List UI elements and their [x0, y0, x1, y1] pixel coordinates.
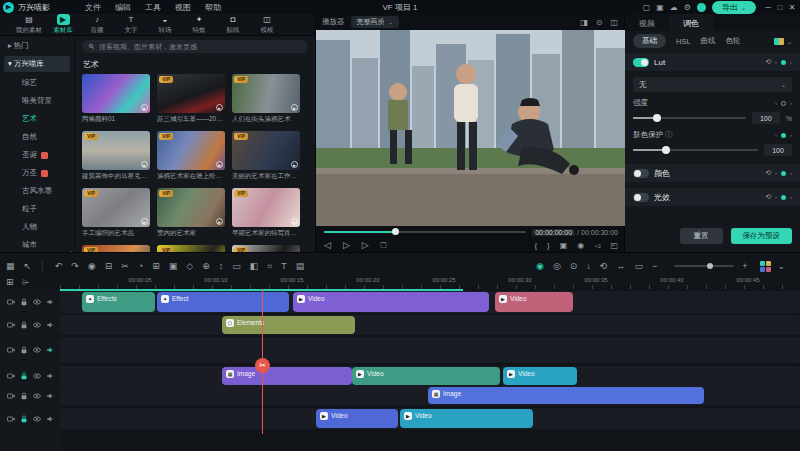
menu-item-0[interactable]: 文件 [85, 2, 101, 13]
layout-icon[interactable]: ▢ [643, 3, 651, 12]
playhead[interactable]: ✂ [262, 289, 263, 434]
mark-out-button[interactable]: } [547, 241, 550, 250]
media-card[interactable]: VIP▸涂鸦艺术家在墙上绘画、特… [157, 131, 225, 181]
timeline-clip-effect-1[interactable]: ✦Effect [157, 292, 289, 312]
strength-slider[interactable] [633, 117, 746, 119]
track-type-icon[interactable] [6, 372, 15, 381]
keyframe-view-icon[interactable]: ▭ [634, 261, 643, 271]
track-visibility-icon[interactable] [32, 414, 41, 423]
track-type-icon[interactable] [6, 346, 15, 355]
track-mute-icon[interactable] [45, 298, 54, 307]
settings-icon[interactable]: ⚙ [684, 3, 691, 12]
inspector-tab-视频[interactable]: 视频 [625, 14, 669, 31]
media-browser-icon[interactable]: ▦ [6, 261, 15, 271]
lut-toggle[interactable] [633, 58, 649, 67]
render-icon[interactable]: ▤ [296, 261, 305, 271]
ribbon-tab-素材库[interactable]: ▶素材库 [48, 14, 78, 35]
prev-frame-button[interactable]: ◁ [324, 240, 331, 250]
sidebar-item-2[interactable]: 艺术 [0, 110, 74, 128]
chroma-key-icon[interactable]: ◇ [186, 261, 193, 271]
sidebar-item-8[interactable]: 人物 [0, 218, 74, 236]
screen-record-icon[interactable]: ▣ [656, 3, 664, 12]
mask-icon[interactable]: ◨ [580, 18, 588, 27]
ribbon-tab-音频[interactable]: ♪音频 [82, 14, 112, 35]
strength-value[interactable]: 100 [752, 112, 780, 124]
track-mute-icon[interactable] [45, 414, 54, 423]
media-card[interactable]: VIP▸人们在街头涂鸦艺术 [232, 74, 300, 124]
timeline-ruler[interactable]: 00:00:0500:00:1000:00:1500:00:2000:00:25… [60, 277, 800, 289]
snapshot-icon[interactable]: ▣ [560, 241, 568, 250]
close-button[interactable]: ✕ [786, 3, 798, 12]
pip-icon[interactable]: ▭ [232, 261, 241, 271]
prev-keyframe-icon[interactable]: ‹ [775, 132, 777, 138]
color-toggle[interactable] [633, 169, 649, 178]
menu-item-2[interactable]: 工具 [145, 2, 161, 13]
media-card[interactable]: VIP▸早期艺术家的特写肖像、女… [232, 188, 300, 238]
ribbon-tab-我的素材[interactable]: ▤我的素材 [14, 14, 44, 35]
marker-icon[interactable]: ⌲ [22, 277, 29, 288]
undo-icon[interactable]: ↶ [55, 261, 63, 271]
track-mute-icon[interactable] [45, 372, 54, 381]
reframe-icon[interactable]: ⟲ [600, 261, 608, 271]
track-visibility-icon[interactable] [32, 391, 41, 400]
skin-slider[interactable] [633, 149, 758, 151]
prev-keyframe-icon[interactable]: ‹ [775, 100, 777, 106]
split-icon[interactable]: ✂ [121, 261, 129, 271]
timeline-clip-elements-4[interactable]: ⬡Elements [222, 316, 355, 334]
seek-knob[interactable] [392, 228, 399, 235]
motion-track-icon[interactable]: ⊕ [202, 261, 210, 271]
mask-tool-icon[interactable]: ◧ [250, 261, 259, 271]
zoom-knob[interactable] [707, 263, 713, 269]
mute-track-icon[interactable]: ◎ [553, 261, 561, 271]
track-mute-icon[interactable] [45, 391, 54, 400]
next-keyframe-icon[interactable]: › [790, 100, 792, 106]
track-mute-icon[interactable] [45, 321, 54, 330]
track-visibility-icon[interactable] [32, 372, 41, 381]
timeline-clip-video-2[interactable]: ▶Video [293, 292, 489, 312]
track-type-icon[interactable] [6, 321, 15, 330]
chevron-down-icon[interactable]: ⌄ [787, 38, 792, 45]
sidebar-item-hot[interactable]: ▸ 热门 [0, 36, 74, 54]
minimize-button[interactable]: ─ [762, 3, 774, 12]
chevron-down-icon[interactable]: ⌄ [777, 261, 785, 271]
camera-icon[interactable]: ◉ [577, 241, 584, 250]
sidebar-group-header[interactable]: ▾ 万兴喵库 [4, 56, 70, 72]
subtab-HSL[interactable]: HSL [676, 37, 691, 46]
track-visibility-icon[interactable] [32, 298, 41, 307]
save-preset-button[interactable]: 保存为预设 [731, 228, 793, 244]
track-type-icon[interactable] [6, 391, 15, 400]
timeline-clip-video-7[interactable]: ▶Video [503, 367, 577, 385]
timeline-clip-image-5[interactable]: ▦Image [222, 367, 352, 385]
cloud-icon[interactable]: ☁ [670, 3, 678, 12]
track-lock-icon[interactable] [19, 391, 28, 400]
inspector-tab-调色[interactable]: 调色 [669, 14, 713, 31]
sidebar-item-5[interactable]: 万圣 [0, 164, 74, 182]
reset-icon[interactable]: ⟲ [765, 169, 771, 177]
add-keyframe-icon[interactable] [781, 195, 786, 200]
ribbon-tab-特效[interactable]: ✦特效 [184, 14, 214, 35]
reset-icon[interactable]: ⟲ [765, 58, 771, 66]
ribbon-tab-贴纸[interactable]: ◘贴纸 [218, 14, 248, 35]
track-type-icon[interactable] [6, 298, 15, 307]
grid-tool-icon[interactable]: ⌗ [267, 261, 272, 272]
render-preview-icon[interactable]: ◉ [536, 261, 544, 271]
seek-bar[interactable] [324, 231, 526, 233]
preview-video[interactable] [316, 30, 626, 226]
import-track-icon[interactable]: ↓ [586, 261, 591, 271]
track-lock-icon[interactable] [19, 346, 28, 355]
redo-icon[interactable]: ↷ [71, 261, 79, 271]
mic-icon[interactable]: ⊙ [570, 261, 578, 271]
timeline-clip-effects-0[interactable]: ✦Effects [82, 292, 155, 312]
transform-icon[interactable]: ↕ [219, 261, 224, 271]
light-toggle[interactable] [633, 193, 649, 202]
lut-select[interactable]: 无 ⌄ [633, 77, 792, 92]
next-frame-button[interactable]: ▷ [362, 240, 369, 250]
media-card[interactable]: VIP▸手工编织的艺术品 [82, 188, 150, 238]
fit-timeline-icon[interactable]: ↔ [616, 261, 625, 271]
maximize-button[interactable]: □ [774, 3, 786, 12]
add-keyframe-icon[interactable] [781, 60, 786, 65]
prev-keyframe-icon[interactable]: ‹ [775, 170, 777, 176]
reset-icon[interactable]: ⟲ [765, 193, 771, 201]
menu-item-3[interactable]: 视图 [175, 2, 191, 13]
sidebar-item-6[interactable]: 古风水墨 [0, 182, 74, 200]
